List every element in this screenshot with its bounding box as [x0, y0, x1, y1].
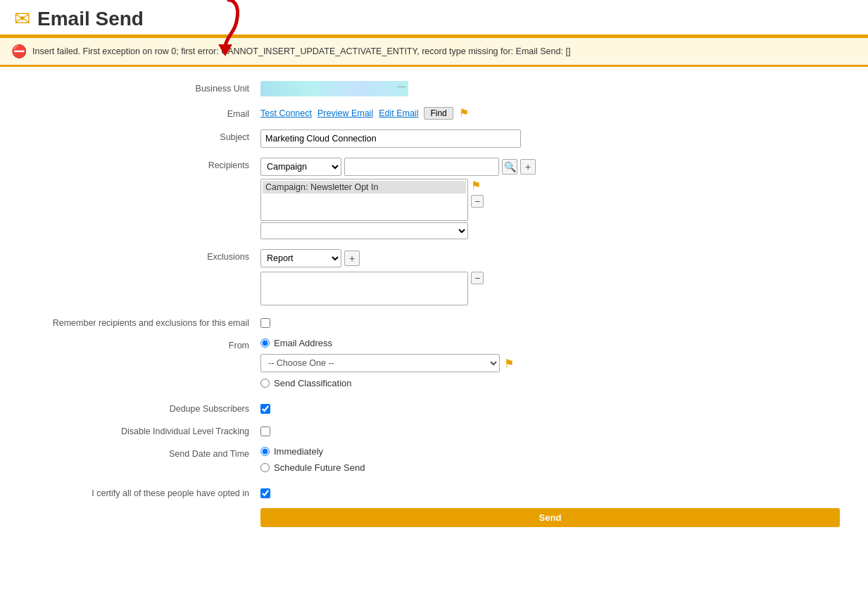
recipients-list: Campaign: Newsletter Opt In — [260, 179, 468, 221]
error-message: Insert failed. First exception on row 0;… — [32, 46, 570, 56]
send-date-content: Immediately Schedule Future Send — [260, 446, 840, 476]
remember-content — [260, 315, 840, 328]
email-address-label: Email Address — [274, 338, 332, 348]
error-bar: ⛔ Insert failed. First exception on row … — [0, 37, 868, 66]
recipients-row: Recipients Campaign Report Data Extensio… — [28, 158, 840, 239]
test-connect-link[interactable]: Test Connect — [260, 108, 312, 118]
subject-row: Subject — [28, 129, 840, 148]
dedupe-row: Dedupe Subscribers — [28, 401, 840, 414]
recipients-label: Recipients — [28, 158, 260, 170]
certify-row: I certify all of these people have opted… — [28, 486, 840, 498]
business-unit-label: Business Unit — [28, 81, 260, 94]
send-button-spacer — [28, 508, 260, 511]
schedule-radio[interactable] — [260, 463, 270, 472]
send-button-row: Send — [28, 508, 840, 527]
certify-label: I certify all of these people have opted… — [28, 486, 260, 498]
dedupe-checkbox[interactable] — [260, 404, 270, 414]
send-date-row: Send Date and Time Immediately Schedule … — [28, 446, 840, 476]
email-row: Email Test Connect Preview Email Edit Em… — [28, 106, 840, 120]
recipients-add-button[interactable]: + — [520, 159, 536, 175]
remember-label: Remember recipients and exclusions for t… — [28, 315, 260, 328]
email-address-radio-row: Email Address — [260, 338, 840, 348]
send-date-label: Send Date and Time — [28, 446, 260, 459]
recipients-side-icons: ⚑ − — [471, 179, 484, 208]
send-classification-radio-row: Send Classification — [260, 378, 840, 388]
exclusions-type-dropdown[interactable]: Report Campaign Data Extension — [260, 249, 341, 267]
recipients-search-button[interactable]: 🔍 — [502, 159, 517, 175]
business-unit-content — [260, 81, 840, 96]
exclusions-list — [260, 272, 468, 305]
from-label: From — [28, 338, 260, 350]
email-content: Test Connect Preview Email Edit Email Fi… — [260, 106, 840, 120]
business-unit-row: Business Unit — [28, 81, 840, 96]
recipients-flag-icon: ⚑ — [471, 179, 484, 192]
recipients-list-item[interactable]: Campaign: Newsletter Opt In — [263, 181, 466, 194]
immediately-label: Immediately — [274, 446, 323, 457]
schedule-label: Schedule Future Send — [274, 462, 365, 473]
exclusions-row: Exclusions Report Campaign Data Extensio… — [28, 249, 840, 305]
exclusions-content: Report Campaign Data Extension + − — [260, 249, 840, 305]
subject-input[interactable] — [260, 129, 521, 148]
exclusions-remove-button[interactable]: − — [471, 272, 484, 284]
arrow-annotation — [194, 0, 250, 62]
certify-checkbox[interactable] — [260, 488, 270, 498]
page-header: ✉ Email Send — [0, 0, 868, 36]
email-address-radio[interactable] — [260, 339, 270, 348]
disable-tracking-row: Disable Individual Level Tracking — [28, 424, 840, 436]
dedupe-content — [260, 401, 840, 414]
remember-checkbox[interactable] — [260, 318, 270, 328]
remember-row: Remember recipients and exclusions for t… — [28, 315, 840, 328]
send-classification-label: Send Classification — [274, 378, 352, 388]
from-content: Email Address -- Choose One -- ⚑ Send Cl… — [260, 338, 840, 391]
choose-one-dropdown[interactable]: -- Choose One -- — [260, 354, 500, 372]
email-links: Test Connect Preview Email Edit Email Fi… — [260, 106, 840, 120]
recipients-bottom-dropdown[interactable] — [260, 222, 468, 239]
from-row: From Email Address -- Choose One -- ⚑ Se… — [28, 338, 840, 391]
disable-tracking-content — [260, 424, 840, 436]
form-container: Business Unit Email Test Connect Preview… — [0, 67, 868, 551]
exclusions-label: Exclusions — [28, 249, 260, 262]
choose-one-row: -- Choose One -- ⚑ — [260, 354, 840, 372]
subject-label: Subject — [28, 129, 260, 142]
email-label: Email — [28, 106, 260, 119]
disable-tracking-label: Disable Individual Level Tracking — [28, 424, 260, 436]
recipients-top-row: Campaign Report Data Extension 🔍 + — [260, 158, 840, 176]
recipients-list-wrapper: Campaign: Newsletter Opt In ⚑ − — [260, 179, 840, 239]
edit-email-link[interactable]: Edit Email — [379, 108, 418, 118]
choose-one-flag-icon: ⚑ — [504, 357, 514, 370]
send-classification-radio[interactable] — [260, 379, 270, 388]
preview-email-link[interactable]: Preview Email — [317, 108, 373, 118]
recipients-type-dropdown[interactable]: Campaign Report Data Extension — [260, 158, 341, 176]
certify-content — [260, 486, 840, 498]
send-button[interactable]: Send — [260, 508, 840, 527]
svg-marker-0 — [218, 44, 232, 56]
schedule-radio-row: Schedule Future Send — [260, 462, 840, 473]
recipients-search-input[interactable] — [344, 158, 499, 176]
dedupe-label: Dedupe Subscribers — [28, 401, 260, 414]
email-flag-icon: ⚑ — [459, 106, 469, 120]
error-icon: ⛔ — [11, 44, 27, 59]
find-button[interactable]: Find — [424, 107, 453, 120]
exclusions-top: Report Campaign Data Extension + — [260, 249, 840, 267]
recipients-content: Campaign Report Data Extension 🔍 + Campa… — [260, 158, 840, 239]
immediately-radio[interactable] — [260, 447, 270, 456]
exclusions-add-button[interactable]: + — [344, 251, 360, 266]
exclusions-side-icons: − — [471, 272, 484, 284]
email-icon: ✉ — [14, 7, 30, 30]
send-button-content: Send — [260, 508, 840, 527]
subject-content — [260, 129, 840, 148]
page-title: Email Send — [37, 8, 144, 30]
business-unit-value[interactable] — [260, 81, 408, 96]
immediately-radio-row: Immediately — [260, 446, 840, 457]
recipients-remove-button[interactable]: − — [471, 195, 484, 208]
disable-tracking-checkbox[interactable] — [260, 426, 270, 436]
